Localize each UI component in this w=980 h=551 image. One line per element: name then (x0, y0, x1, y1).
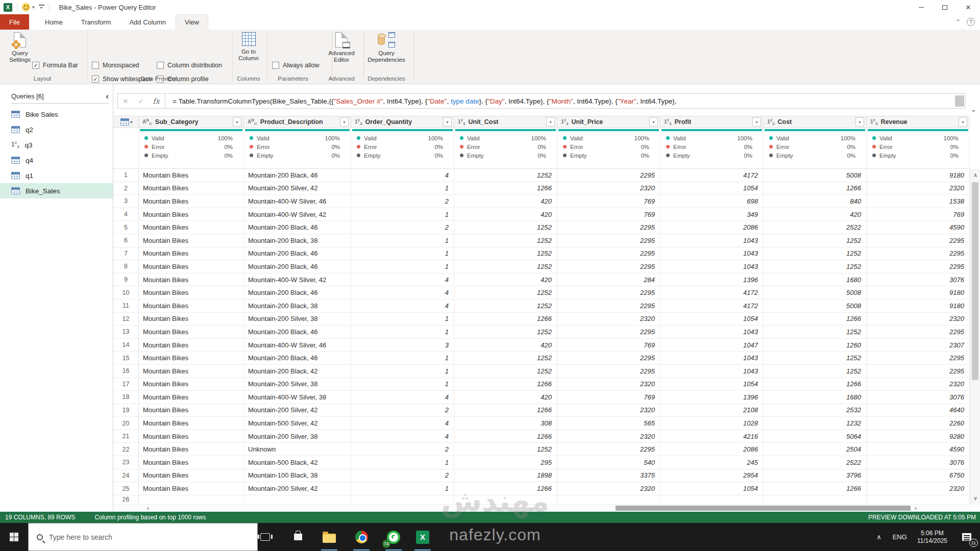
cell[interactable]: 2086 (660, 221, 764, 234)
cell[interactable]: 2295 (867, 352, 970, 365)
row-number[interactable]: 21 (113, 430, 139, 443)
row-number[interactable]: 4 (113, 208, 139, 221)
cell[interactable]: Mountain-200 Black, 46 (244, 247, 351, 261)
cell[interactable]: 1043 (660, 352, 764, 365)
cell[interactable]: 2320 (867, 313, 970, 326)
tab-home[interactable]: Home (36, 14, 71, 30)
cell[interactable]: 1054 (660, 482, 764, 495)
cell[interactable]: Mountain Bikes (139, 430, 244, 443)
cell[interactable]: 3076 (867, 391, 970, 404)
cell[interactable]: 2295 (557, 221, 660, 234)
filter-dropdown-icon[interactable]: ▾ (340, 117, 349, 127)
cell[interactable]: 1252 (454, 299, 557, 313)
cell[interactable]: Mountain-400-W Silver, 46 (244, 339, 351, 352)
cell[interactable]: 2320 (867, 378, 970, 391)
cell[interactable]: 1266 (764, 182, 867, 195)
cell[interactable]: 1898 (454, 469, 557, 483)
close-button[interactable]: ✕ (957, 0, 980, 14)
cell[interactable]: 420 (454, 195, 557, 208)
tab-add-column[interactable]: Add Column (120, 14, 175, 30)
cell[interactable]: 1054 (660, 378, 764, 391)
cell[interactable]: 1396 (660, 391, 764, 404)
cell[interactable]: Mountain-200 Silver, 42 (244, 182, 351, 195)
cell[interactable]: 769 (557, 339, 660, 352)
column-header-revenue[interactable]: 123Revenue▾ (867, 116, 970, 128)
cell[interactable]: 420 (454, 391, 557, 404)
cell[interactable]: 4172 (660, 169, 764, 182)
cell[interactable]: 4 (351, 299, 454, 313)
formula-text[interactable]: = Table.TransformColumnTypes(Bike_Sales_… (166, 97, 955, 105)
task-view-button[interactable] (253, 523, 277, 551)
cell[interactable]: 2532 (764, 404, 867, 417)
cell[interactable]: 1232 (764, 417, 867, 430)
cell[interactable]: 1252 (764, 352, 867, 365)
cell[interactable]: 1043 (660, 260, 764, 273)
cell[interactable]: Mountain-200 Silver, 38 (244, 313, 351, 326)
cell[interactable]: Mountain Bikes (139, 404, 244, 417)
cell[interactable]: 420 (454, 339, 557, 352)
cell[interactable]: 2320 (557, 313, 660, 326)
column-header-profit[interactable]: 123Profit▾ (660, 116, 764, 128)
row-number[interactable]: 3 (113, 195, 139, 208)
cell[interactable]: 2 (351, 195, 454, 208)
row-number[interactable]: 7 (113, 247, 139, 261)
cell[interactable]: 2295 (867, 325, 970, 339)
cell[interactable]: 1266 (454, 378, 557, 391)
cell[interactable]: 1266 (764, 482, 867, 495)
store-app-button[interactable] (286, 523, 310, 551)
cell[interactable]: 4590 (867, 443, 970, 456)
cell[interactable]: 540 (557, 456, 660, 469)
cell[interactable]: 3375 (557, 469, 660, 483)
cell[interactable]: 284 (557, 273, 660, 287)
cell[interactable]: 1252 (454, 286, 557, 299)
cell[interactable]: 1252 (764, 325, 867, 339)
cell[interactable]: Mountain-200 Black, 38 (244, 234, 351, 247)
cell[interactable]: 1680 (764, 391, 867, 404)
row-number[interactable]: 24 (113, 469, 139, 483)
cell[interactable]: 769 (557, 391, 660, 404)
cell[interactable]: 2295 (557, 234, 660, 247)
cell[interactable]: 1252 (454, 325, 557, 339)
cell[interactable]: 1260 (764, 339, 867, 352)
advanced-editor-button[interactable]: Advanced Editor (324, 32, 359, 63)
tab-view[interactable]: View (176, 14, 208, 30)
cell[interactable]: 4590 (867, 221, 970, 234)
scroll-up-icon[interactable]: ∧ (970, 172, 980, 179)
row-number[interactable]: 1 (113, 169, 139, 182)
cell[interactable]: 1252 (454, 247, 557, 261)
cell[interactable]: 1043 (660, 365, 764, 378)
query-item-bike_sales[interactable]: Bike_Sales (0, 183, 113, 198)
cell[interactable]: 1 (351, 208, 454, 221)
row-number[interactable]: 11 (113, 299, 139, 313)
collapse-pane-icon[interactable]: ‹ (106, 94, 109, 99)
row-number[interactable]: 15 (113, 352, 139, 365)
cell[interactable]: 1 (351, 234, 454, 247)
row-number[interactable]: 17 (113, 378, 139, 391)
row-number[interactable]: 12 (113, 313, 139, 326)
cell[interactable]: Mountain-200 Silver, 42 (244, 404, 351, 417)
cell[interactable]: 4 (351, 417, 454, 430)
cell[interactable]: Mountain Bikes (139, 469, 244, 483)
help-icon[interactable]: ? (967, 18, 975, 26)
cell[interactable]: Mountain-200 Black, 46 (244, 325, 351, 339)
cell[interactable]: Mountain-200 Black, 46 (244, 221, 351, 234)
cell[interactable]: 1043 (660, 247, 764, 261)
cell[interactable]: Mountain Bikes (139, 391, 244, 404)
cell[interactable]: 2522 (764, 456, 867, 469)
cell[interactable]: 2295 (557, 443, 660, 456)
cell[interactable]: 1538 (867, 195, 970, 208)
cell[interactable]: Mountain Bikes (139, 169, 244, 182)
cell[interactable]: 308 (454, 417, 557, 430)
cell[interactable]: 2504 (764, 443, 867, 456)
vertical-scrollbar-thumb[interactable] (972, 182, 978, 380)
row-number[interactable]: 14 (113, 339, 139, 352)
cell[interactable]: 1 (351, 456, 454, 469)
cell[interactable]: 769 (867, 208, 970, 221)
scroll-down-icon[interactable]: ∨ (970, 495, 980, 502)
cell[interactable]: Mountain-400-W Silver, 38 (244, 391, 351, 404)
profiling-info[interactable]: Column profiling based on top 1000 rows (94, 514, 206, 521)
row-number[interactable]: 26 (113, 495, 139, 505)
row-number[interactable]: 16 (113, 365, 139, 378)
cell[interactable]: 698 (660, 195, 764, 208)
cell[interactable]: 5064 (764, 430, 867, 443)
